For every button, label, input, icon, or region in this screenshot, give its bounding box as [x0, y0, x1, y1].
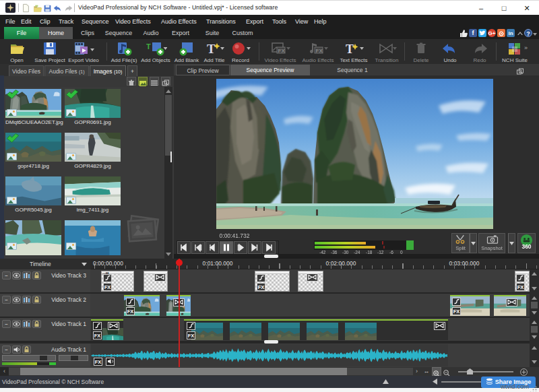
svg-text:FX: FX	[278, 48, 286, 54]
svg-text:FX: FX	[316, 48, 323, 54]
svg-text:T: T	[146, 42, 151, 51]
svg-text:T: T	[207, 42, 216, 56]
svg-text:T: T	[346, 42, 354, 56]
